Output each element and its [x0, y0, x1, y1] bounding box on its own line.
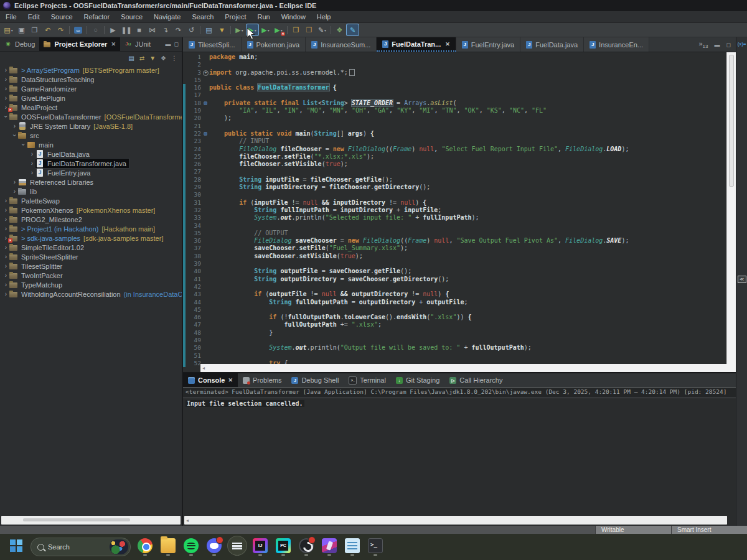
- tree-item-main[interactable]: ›main: [0, 140, 182, 149]
- expand-arrow-icon[interactable]: ›: [29, 160, 35, 167]
- console-tab-debug-shell[interactable]: JDebug Shell: [286, 373, 344, 387]
- editor-tab-fuelentry-java[interactable]: JFuelEntry.java: [456, 37, 521, 52]
- undo-icon[interactable]: ↶: [42, 24, 54, 35]
- menu-navigate-5[interactable]: Navigate: [148, 13, 186, 21]
- tree-item-fuelentry-java[interactable]: ›FuelEntry.java: [0, 168, 182, 177]
- maximize-view-icon[interactable]: ◻: [174, 41, 179, 47]
- tree-item-gamerandomizer[interactable]: ›GameRandomizer: [0, 84, 182, 93]
- editor-tab-insurancesum-[interactable]: JInsuranceSum...: [306, 37, 377, 52]
- pycharm-icon[interactable]: [275, 538, 292, 556]
- menu-search-6[interactable]: Search: [186, 13, 219, 21]
- file-explorer-icon[interactable]: [159, 538, 177, 556]
- expand-arrow-icon[interactable]: ›: [2, 244, 9, 251]
- expand-arrow-icon[interactable]: ›: [11, 179, 18, 185]
- maximize-editor-icon[interactable]: ◻: [726, 42, 731, 48]
- obs-icon[interactable]: [298, 538, 315, 556]
- run-icon[interactable]: ▶▾: [247, 24, 258, 35]
- step-into-icon[interactable]: ↴: [159, 24, 171, 35]
- expand-arrow-icon[interactable]: ›: [2, 76, 9, 83]
- menu-edit-1[interactable]: Edit: [22, 13, 45, 21]
- expand-arrow-icon[interactable]: ›: [11, 188, 18, 195]
- menu-window-9[interactable]: Window: [276, 13, 311, 21]
- collapse-arrow-icon[interactable]: ›: [11, 132, 18, 139]
- expand-arrow-icon[interactable]: ›: [2, 197, 9, 204]
- editor-horizontal-scrollbar[interactable]: ◂: [200, 364, 727, 372]
- terminate-icon[interactable]: ■: [133, 24, 145, 35]
- tree-item-pokemonxhenos[interactable]: ›PokemonXhenos[PokemonXhenos master]: [0, 205, 182, 215]
- tree-item-src[interactable]: ›src: [0, 131, 182, 140]
- expand-arrow-icon[interactable]: ›: [2, 85, 9, 92]
- code-editor[interactable]: 1package main;23+import org.apache.poi.s…: [183, 52, 736, 372]
- discord-icon[interactable]: [205, 538, 223, 556]
- tree-item-jre-system-library[interactable]: ›JRE System Library[JavaSE-1.8]: [0, 121, 182, 131]
- tree-item-witholdingaccountreconsiliation[interactable]: ›WitholdingAccountReconsiliation(in Insu…: [0, 289, 182, 299]
- tab-overflow-icon[interactable]: »13: [698, 40, 708, 49]
- menu-file-0[interactable]: File: [0, 13, 22, 21]
- spotify-icon[interactable]: [182, 538, 200, 556]
- menu-help-10[interactable]: Help: [311, 13, 337, 21]
- save-all-icon[interactable]: ❐: [29, 24, 40, 35]
- fold-expand-icon[interactable]: +: [203, 70, 209, 76]
- close-tab-icon[interactable]: ✕: [445, 41, 450, 47]
- expand-arrow-icon[interactable]: ›: [2, 281, 9, 288]
- tree-item--arraysetprogram[interactable]: ›> ArraySetProgram[BSTSetProgram master]: [0, 65, 182, 75]
- debug-icon[interactable]: ▶▾: [260, 24, 271, 35]
- chrome-icon[interactable]: [136, 538, 154, 556]
- collapse-arrow-icon[interactable]: ›: [2, 113, 9, 120]
- tree-item--sdk-java-samples[interactable]: ›✕> sdk-java-samples[sdk-java-samples ma…: [0, 233, 182, 243]
- close-tab-icon[interactable]: ✕: [111, 41, 116, 47]
- menu-run-8[interactable]: Run: [252, 13, 276, 21]
- tree-item-lib[interactable]: ›lib: [0, 187, 182, 196]
- tree-item-typematchup[interactable]: ›TypeMatchup: [0, 280, 182, 289]
- tree-item-mealproject[interactable]: ›✕MealProject: [0, 103, 182, 112]
- tree-item-paletteswap[interactable]: ›PaletteSwap: [0, 196, 182, 205]
- tree-item-prog2-milestone2[interactable]: ›PROG2_Milestone2: [0, 215, 182, 224]
- tree-item-spritesheetsplitter[interactable]: ›SpriteSheetSplitter: [0, 252, 182, 261]
- disconnect-icon[interactable]: ⋈: [146, 24, 158, 35]
- new-wizard-icon[interactable]: ▤▾: [2, 24, 14, 35]
- annotation-icon[interactable]: ✎▾: [316, 24, 328, 35]
- open-type-icon[interactable]: ❒: [290, 24, 302, 35]
- expand-arrow-icon[interactable]: ›: [29, 151, 35, 157]
- menu-source-2[interactable]: Source: [45, 13, 78, 21]
- tree-item-twointpacker[interactable]: ›TwoIntPacker: [0, 271, 182, 280]
- tree-item-oosfueldatatransformer[interactable]: ›OOSFuelDataTransformer[OOSFuelDataTrans…: [0, 112, 182, 121]
- coverage-icon[interactable]: ▶▾: [233, 24, 245, 35]
- expand-arrow-icon[interactable]: ›: [2, 225, 9, 232]
- editor-tab-insuranceen-[interactable]: JInsuranceEn...: [584, 37, 649, 52]
- console-tab-call-hierarchy[interactable]: ▷Call Hierarchy: [444, 373, 507, 387]
- close-tab-icon[interactable]: ✕: [228, 377, 233, 383]
- clip-studio-icon[interactable]: [321, 538, 338, 556]
- focus-icon[interactable]: ❖: [161, 55, 166, 62]
- step-over-icon[interactable]: ↷: [172, 24, 184, 35]
- minimize-view-icon[interactable]: ▬: [166, 41, 171, 47]
- filter-icon[interactable]: ▼: [216, 24, 228, 35]
- expand-arrow-icon[interactable]: ›: [11, 123, 18, 129]
- sidebar-tab-project-explorer[interactable]: Project Explorer✕: [39, 37, 120, 51]
- expand-arrow-icon[interactable]: ›: [2, 95, 9, 101]
- save-icon[interactable]: ▣: [16, 24, 27, 35]
- last-edit-location-icon[interactable]: ▭: [72, 24, 84, 35]
- console-tab-console[interactable]: Console✕: [183, 373, 238, 387]
- editor-tab-tilesetspli-[interactable]: JTilesetSpli...: [183, 37, 242, 52]
- menu-project-7[interactable]: Project: [219, 13, 251, 21]
- tree-item-datastructuresteaching[interactable]: ›DataStructuresTeaching: [0, 75, 182, 84]
- console-horizontal-scrollbar[interactable]: ◂: [184, 516, 727, 525]
- expand-arrow-icon[interactable]: ›: [2, 253, 9, 260]
- mark-occurrences-icon[interactable]: ○: [90, 24, 101, 35]
- profile-icon[interactable]: ▶▾✕: [273, 24, 284, 35]
- editor-tab-pokemon-java[interactable]: JPokemon.java: [242, 37, 306, 52]
- restore-view-icon[interactable]: ≪: [738, 276, 746, 283]
- tree-item-simpletileeditor1-02[interactable]: ›SimpleTileEditor1.02: [0, 243, 182, 252]
- sidebar-horizontal-scrollbar[interactable]: [1, 516, 181, 525]
- expand-arrow-icon[interactable]: ›: [2, 263, 9, 269]
- sidebar-tab-junit[interactable]: JuJUnit: [120, 37, 155, 51]
- expand-arrow-icon[interactable]: ›: [2, 291, 9, 297]
- breakpoint-icon[interactable]: [204, 132, 207, 136]
- terminal-icon[interactable]: [367, 538, 384, 556]
- expand-arrow-icon[interactable]: ›: [29, 169, 35, 176]
- tree-item--project1-in-hackathon-[interactable]: ›> Project1 (in Hackathon)[Hackathon mai…: [0, 224, 182, 233]
- tree-item-fueldata-java[interactable]: ›FuelData.java: [0, 149, 182, 159]
- eclipse-icon[interactable]: [228, 538, 246, 556]
- collapse-all-icon[interactable]: ▤: [128, 55, 134, 62]
